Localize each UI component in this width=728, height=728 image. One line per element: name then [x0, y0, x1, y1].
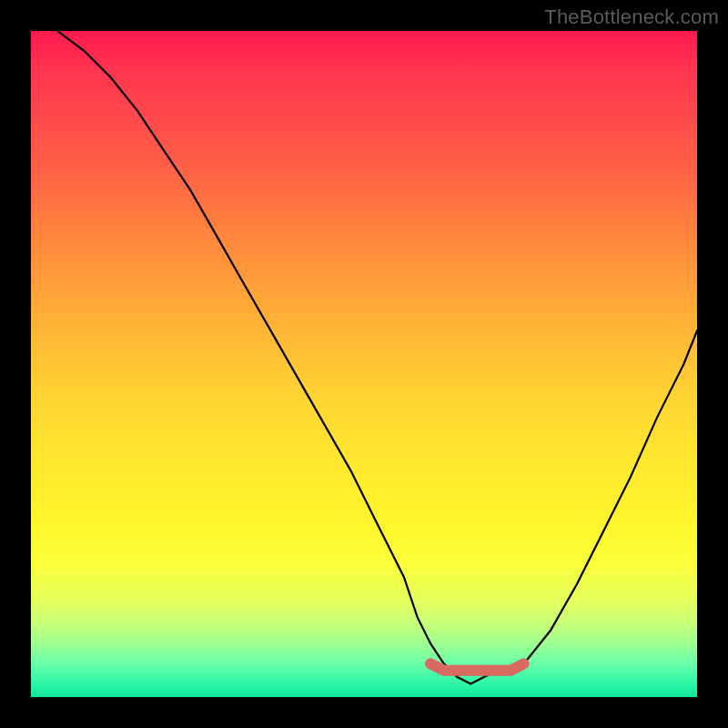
optimal-marker-path [430, 663, 524, 670]
chart-svg [31, 31, 697, 697]
bottleneck-curve-path [31, 31, 697, 683]
attribution-text: TheBottleneck.com [544, 5, 719, 29]
chart-plot-area [31, 31, 697, 697]
optimal-marker-dot [425, 658, 436, 669]
